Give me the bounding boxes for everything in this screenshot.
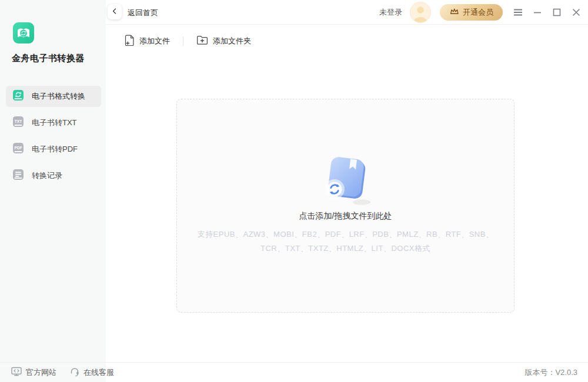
add-folder-label: 添加文件夹 — [213, 36, 251, 46]
back-button[interactable] — [108, 4, 122, 19]
sidebar-item-history[interactable]: 转换记录 — [6, 165, 101, 186]
book-convert-icon — [315, 154, 376, 209]
file-dropzone[interactable]: 点击添加/拖拽文件到此处 支持EPUB、AZW3、MOBI、FB2、PDF、LR… — [176, 99, 514, 313]
sidebar-item-label: 转换记录 — [32, 170, 62, 181]
book-list-icon — [12, 168, 25, 183]
avatar[interactable] — [410, 2, 431, 23]
online-support-link[interactable]: 在线客服 — [69, 366, 114, 379]
supported-formats-line2: TCR、TXT、TXTZ、HTMLZ、LIT、DOCX格式 — [177, 243, 514, 254]
close-icon[interactable] — [572, 8, 581, 17]
menu-icon[interactable] — [513, 8, 523, 17]
book-pdf-icon: PDF — [12, 142, 25, 157]
svg-text:PDF: PDF — [15, 146, 22, 150]
open-vip-button[interactable]: 开通会员 — [440, 4, 503, 21]
minimize-icon[interactable] — [533, 8, 542, 17]
sidebar-nav: 电子书格式转换 TXT 电子书转TXT PDF — [6, 86, 101, 192]
svg-text:TXT: TXT — [15, 119, 22, 123]
maximize-icon[interactable] — [552, 8, 562, 17]
sidebar-item-label: 电子书转PDF — [32, 144, 78, 155]
folder-plus-icon — [196, 35, 208, 48]
official-website-link[interactable]: 官方网站 — [11, 366, 56, 379]
sidebar-item-to-pdf[interactable]: PDF 电子书转PDF — [6, 139, 101, 160]
version-label: 版本号：V2.0.3 — [524, 367, 577, 378]
monitor-icon — [11, 366, 22, 379]
topbar-right: 未登录 开通会员 — [379, 0, 581, 24]
add-file-button[interactable]: 添加文件 — [125, 35, 170, 48]
app-title: 金舟电子书转换器 — [12, 53, 85, 64]
dropzone-hint: 点击添加/拖拽文件到此处 — [177, 211, 514, 222]
book-sync-icon — [12, 89, 25, 104]
window-controls — [513, 8, 581, 17]
login-status[interactable]: 未登录 — [379, 7, 402, 18]
add-file-label: 添加文件 — [139, 36, 170, 46]
vip-button-label: 开通会员 — [463, 7, 493, 18]
add-folder-button[interactable]: 添加文件夹 — [196, 35, 251, 48]
footer: 官方网站 在线客服 版本号：V2.0.3 — [0, 362, 588, 382]
app-window: 金舟电子书转换器 电子书格式转换 — [0, 0, 588, 382]
sidebar-item-to-txt[interactable]: TXT 电子书转TXT — [6, 112, 101, 133]
back-home-link[interactable]: 返回首页 — [128, 8, 158, 18]
online-support-label: 在线客服 — [83, 367, 114, 378]
toolbar: 添加文件 添加文件夹 — [125, 32, 251, 50]
headset-icon — [69, 366, 80, 379]
topbar: 返回首页 未登录 开通会员 — [106, 0, 588, 25]
chevron-left-icon — [111, 6, 118, 17]
book-txt-icon: TXT — [12, 115, 25, 130]
sidebar-item-label: 电子书格式转换 — [32, 91, 85, 102]
supported-formats-line1: 支持EPUB、AZW3、MOBI、FB2、PDF、LRF、PDB、PMLZ、RB… — [177, 229, 514, 240]
crown-icon — [449, 7, 459, 18]
toolbar-divider — [183, 36, 183, 46]
official-website-label: 官方网站 — [26, 367, 56, 378]
sidebar: 金舟电子书转换器 电子书格式转换 — [0, 0, 106, 382]
sidebar-item-format-convert[interactable]: 电子书格式转换 — [6, 86, 101, 107]
file-plus-icon — [125, 35, 135, 48]
app-logo-icon — [13, 22, 34, 43]
sidebar-item-label: 电子书转TXT — [32, 118, 77, 128]
